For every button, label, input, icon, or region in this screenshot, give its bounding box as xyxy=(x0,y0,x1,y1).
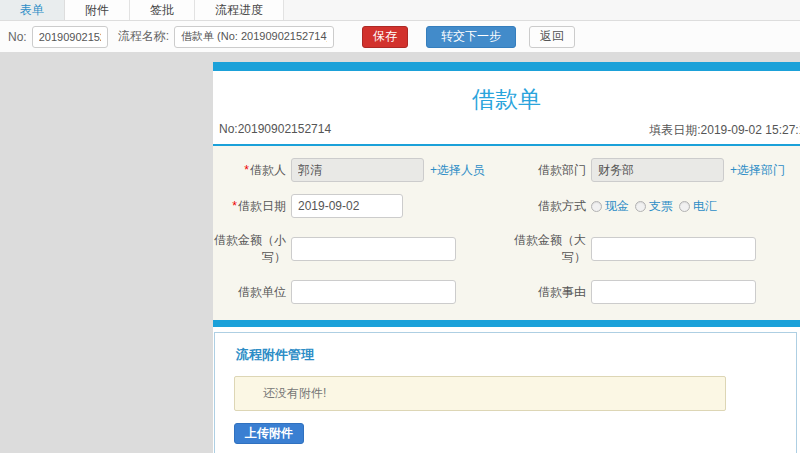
amount-big-input[interactable] xyxy=(591,237,756,261)
borrower-label: *借款人 xyxy=(213,154,291,187)
required-mark: * xyxy=(232,199,237,213)
toolbar-row: No: 流程名称: 保存 转交下一步 返回 xyxy=(0,21,800,52)
loan-method-group: 现金 支票 电汇 xyxy=(591,192,800,221)
amount-small-label: 借款金额（小写） xyxy=(213,224,291,274)
upload-attachment-button[interactable]: 上传附件 xyxy=(234,423,304,444)
department-label: 借款部门 xyxy=(513,154,591,187)
borrower-input[interactable] xyxy=(291,158,424,182)
bottom-accent-bar xyxy=(213,320,800,327)
radio-cheque-label: 支票 xyxy=(649,198,673,215)
radio-wire-label: 电汇 xyxy=(693,198,717,215)
radio-icon[interactable] xyxy=(591,201,602,212)
tab-approval[interactable]: 签批 xyxy=(130,0,195,20)
no-label: No: xyxy=(8,30,27,44)
loan-date-label: *借款日期 xyxy=(213,190,291,223)
tab-attachments[interactable]: 附件 xyxy=(65,0,130,20)
radio-icon[interactable] xyxy=(679,201,690,212)
radio-icon[interactable] xyxy=(635,201,646,212)
loan-reason-label: 借款事由 xyxy=(513,276,591,309)
tab-form[interactable]: 表单 xyxy=(0,0,65,20)
tab-bar: 表单 附件 签批 流程进度 xyxy=(0,0,800,21)
doc-meta-row: No:20190902152714 填表日期:2019-09-02 15:27:… xyxy=(213,122,800,144)
attachments-section: 流程附件管理 还没有附件! 上传附件 xyxy=(214,332,797,453)
no-attachments-message: 还没有附件! xyxy=(234,376,726,411)
radio-cash-label: 现金 xyxy=(605,198,629,215)
process-name-label: 流程名称: xyxy=(118,28,169,45)
amount-small-input[interactable] xyxy=(291,237,456,261)
loan-unit-label: 借款单位 xyxy=(213,276,291,309)
next-step-button[interactable]: 转交下一步 xyxy=(426,26,516,48)
loan-method-label: 借款方式 xyxy=(513,190,591,223)
document-panel: 借款单 No:20190902152714 填表日期:2019-09-02 15… xyxy=(213,62,800,453)
no-input[interactable] xyxy=(32,26,108,48)
tab-progress[interactable]: 流程进度 xyxy=(195,0,284,20)
back-button[interactable]: 返回 xyxy=(529,26,575,48)
required-mark: * xyxy=(244,163,249,177)
process-name-input[interactable] xyxy=(174,26,334,48)
page-title: 借款单 xyxy=(213,71,800,122)
top-header: 表单 附件 签批 流程进度 No: 流程名称: 保存 转交下一步 返回 xyxy=(0,0,800,52)
loan-date-input[interactable] xyxy=(291,194,403,218)
doc-number: No:20190902152714 xyxy=(219,122,331,139)
loan-form: *借款人 +选择人员 借款部门 +选择部门 *借款日期 借款方式 现金 支票 xyxy=(213,146,800,320)
radio-cheque[interactable]: 支票 xyxy=(635,198,673,215)
save-button[interactable]: 保存 xyxy=(362,26,408,48)
department-input[interactable] xyxy=(591,158,724,182)
select-person-link[interactable]: +选择人员 xyxy=(430,162,485,179)
top-accent-bar xyxy=(213,62,800,71)
radio-cash[interactable]: 现金 xyxy=(591,198,629,215)
amount-big-label: 借款金额（大写） xyxy=(513,224,591,274)
doc-fill-date: 填表日期:2019-09-02 15:27:14 xyxy=(649,122,800,139)
radio-wire[interactable]: 电汇 xyxy=(679,198,717,215)
select-department-link[interactable]: +选择部门 xyxy=(730,162,785,179)
attachments-title: 流程附件管理 xyxy=(236,346,796,364)
loan-reason-input[interactable] xyxy=(591,280,756,304)
loan-unit-input[interactable] xyxy=(291,280,456,304)
